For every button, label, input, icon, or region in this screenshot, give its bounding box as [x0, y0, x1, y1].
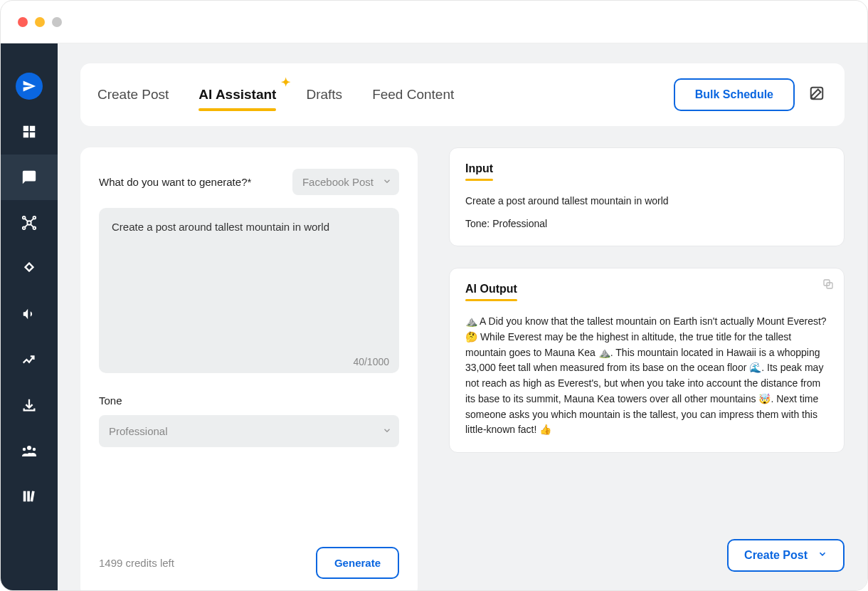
chevron-down-icon [817, 549, 827, 562]
tab-bar: Create Post AI Assistant ✦ Drafts Feed C… [80, 63, 845, 126]
target-icon [21, 261, 37, 276]
window-close-dot[interactable] [18, 17, 28, 27]
compose-icon[interactable] [809, 85, 825, 104]
post-type-value: Facebook Post [302, 176, 374, 188]
tone-select[interactable]: Professional [99, 415, 399, 447]
generate-panel: What do you want to generate?* Facebook … [80, 147, 418, 591]
generate-label: What do you want to generate?* [99, 176, 251, 188]
window-minimize-dot[interactable] [35, 17, 45, 27]
char-counter: 40/1000 [353, 356, 389, 367]
sidebar-item-dashboard[interactable] [1, 109, 58, 155]
tone-value: Professional [109, 425, 168, 437]
input-card-line1: Create a post around tallest mountain in… [465, 194, 828, 209]
sparkle-icon: ✦ [281, 75, 290, 89]
team-icon [21, 442, 38, 459]
svg-line-11 [25, 224, 28, 228]
chat-icon [21, 169, 37, 185]
svg-rect-19 [811, 88, 823, 100]
svg-point-15 [33, 448, 36, 451]
tab-drafts[interactable]: Drafts [306, 87, 342, 103]
svg-rect-16 [23, 491, 26, 502]
create-post-button[interactable]: Create Post [727, 539, 845, 572]
output-card: AI Output ⛰️ A Did you know that the tal… [449, 268, 845, 453]
library-icon [21, 488, 37, 504]
analytics-icon [21, 352, 37, 367]
output-card-body: ⛰️ A Did you know that the tallest mount… [465, 314, 828, 438]
svg-line-10 [31, 219, 34, 222]
input-card-line2: Tone: Professional [465, 216, 828, 232]
sidebar-item-chat[interactable] [1, 155, 58, 200]
window-zoom-dot[interactable] [52, 17, 62, 27]
sidebar-item-analytics[interactable] [1, 337, 58, 382]
sidebar [1, 43, 58, 591]
tone-label: Tone [99, 394, 399, 407]
megaphone-icon [21, 306, 37, 322]
svg-line-9 [25, 219, 28, 222]
chevron-down-icon [382, 176, 392, 188]
generate-button[interactable]: Generate [316, 547, 399, 579]
svg-rect-0 [23, 126, 28, 131]
input-card-title: Input [465, 162, 493, 175]
dashboard-icon [21, 124, 37, 140]
input-card: Input Create a post around tallest mount… [449, 147, 845, 246]
sidebar-item-library[interactable] [1, 474, 58, 519]
credits-left: 1499 credits left [99, 557, 174, 569]
main-content: Create Post AI Assistant ✦ Drafts Feed C… [58, 43, 867, 591]
chevron-down-icon [382, 425, 392, 437]
svg-line-12 [31, 224, 34, 228]
tab-feed-content[interactable]: Feed Content [372, 87, 454, 103]
svg-rect-1 [30, 126, 35, 131]
network-icon [21, 215, 37, 231]
send-icon [16, 73, 43, 100]
create-post-label: Create Post [744, 549, 808, 562]
sidebar-item-team[interactable] [1, 428, 58, 474]
post-type-select[interactable]: Facebook Post [292, 169, 399, 195]
svg-point-13 [27, 446, 31, 450]
tab-ai-assistant[interactable]: AI Assistant ✦ [199, 87, 276, 103]
sidebar-item-target[interactable] [1, 246, 58, 291]
sidebar-item-download[interactable] [1, 382, 58, 428]
sidebar-item-send[interactable] [1, 63, 58, 109]
copy-icon[interactable] [822, 278, 834, 293]
sidebar-item-network[interactable] [1, 200, 58, 246]
svg-rect-3 [30, 132, 35, 137]
prompt-textarea[interactable] [99, 208, 399, 373]
bulk-schedule-button[interactable]: Bulk Schedule [674, 78, 795, 111]
tab-create-post[interactable]: Create Post [97, 87, 169, 103]
window-titlebar [1, 1, 867, 43]
tab-ai-assistant-label: AI Assistant [199, 87, 276, 102]
svg-rect-18 [31, 491, 35, 501]
download-icon [21, 397, 37, 413]
svg-rect-17 [27, 491, 30, 502]
sidebar-item-announce[interactable] [1, 291, 58, 337]
svg-rect-2 [23, 132, 28, 137]
output-card-title: AI Output [465, 283, 517, 296]
svg-point-14 [23, 448, 26, 451]
